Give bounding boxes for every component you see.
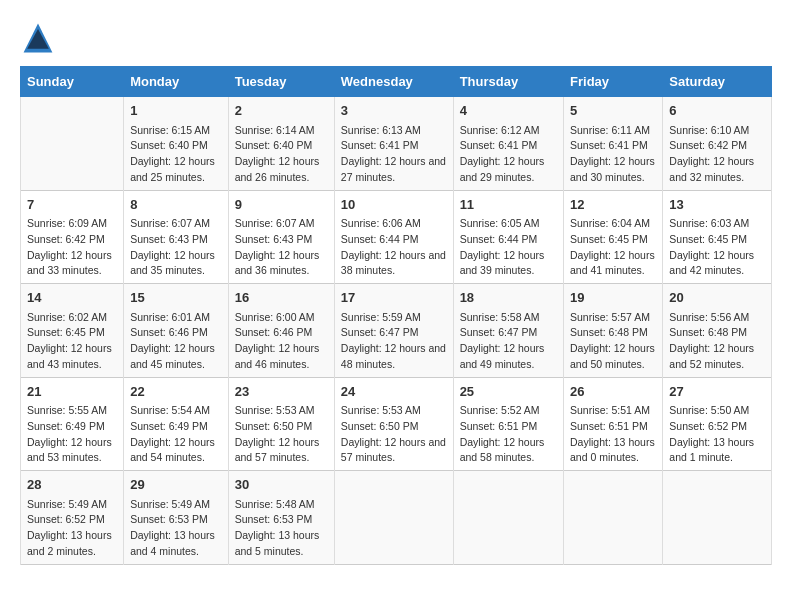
cell-week2-day5: 11Sunrise: 6:05 AM Sunset: 6:44 PM Dayli… bbox=[453, 190, 563, 284]
day-number: 3 bbox=[341, 101, 447, 121]
cell-week1-day4: 3Sunrise: 6:13 AM Sunset: 6:41 PM Daylig… bbox=[334, 97, 453, 191]
day-number: 26 bbox=[570, 382, 656, 402]
day-number: 17 bbox=[341, 288, 447, 308]
cell-info: Sunrise: 5:50 AM Sunset: 6:52 PM Dayligh… bbox=[669, 403, 765, 466]
calendar-table: SundayMondayTuesdayWednesdayThursdayFrid… bbox=[20, 66, 772, 565]
day-number: 20 bbox=[669, 288, 765, 308]
cell-info: Sunrise: 5:53 AM Sunset: 6:50 PM Dayligh… bbox=[235, 403, 328, 466]
cell-week3-day7: 20Sunrise: 5:56 AM Sunset: 6:48 PM Dayli… bbox=[663, 284, 772, 378]
cell-info: Sunrise: 6:09 AM Sunset: 6:42 PM Dayligh… bbox=[27, 216, 117, 279]
cell-info: Sunrise: 5:57 AM Sunset: 6:48 PM Dayligh… bbox=[570, 310, 656, 373]
day-number: 18 bbox=[460, 288, 557, 308]
cell-week4-day4: 24Sunrise: 5:53 AM Sunset: 6:50 PM Dayli… bbox=[334, 377, 453, 471]
cell-week4-day6: 26Sunrise: 5:51 AM Sunset: 6:51 PM Dayli… bbox=[564, 377, 663, 471]
day-number: 24 bbox=[341, 382, 447, 402]
cell-week1-day7: 6Sunrise: 6:10 AM Sunset: 6:42 PM Daylig… bbox=[663, 97, 772, 191]
cell-info: Sunrise: 6:07 AM Sunset: 6:43 PM Dayligh… bbox=[235, 216, 328, 279]
header-monday: Monday bbox=[124, 67, 229, 97]
cell-info: Sunrise: 5:55 AM Sunset: 6:49 PM Dayligh… bbox=[27, 403, 117, 466]
header-saturday: Saturday bbox=[663, 67, 772, 97]
day-number: 11 bbox=[460, 195, 557, 215]
day-number: 10 bbox=[341, 195, 447, 215]
cell-info: Sunrise: 5:54 AM Sunset: 6:49 PM Dayligh… bbox=[130, 403, 222, 466]
day-number: 29 bbox=[130, 475, 222, 495]
cell-info: Sunrise: 5:52 AM Sunset: 6:51 PM Dayligh… bbox=[460, 403, 557, 466]
logo bbox=[20, 20, 62, 56]
cell-week4-day7: 27Sunrise: 5:50 AM Sunset: 6:52 PM Dayli… bbox=[663, 377, 772, 471]
cell-info: Sunrise: 6:14 AM Sunset: 6:40 PM Dayligh… bbox=[235, 123, 328, 186]
cell-week5-day2: 29Sunrise: 5:49 AM Sunset: 6:53 PM Dayli… bbox=[124, 471, 229, 565]
day-number: 27 bbox=[669, 382, 765, 402]
week-row-3: 14Sunrise: 6:02 AM Sunset: 6:45 PM Dayli… bbox=[21, 284, 772, 378]
day-number: 13 bbox=[669, 195, 765, 215]
cell-info: Sunrise: 5:49 AM Sunset: 6:52 PM Dayligh… bbox=[27, 497, 117, 560]
cell-info: Sunrise: 5:56 AM Sunset: 6:48 PM Dayligh… bbox=[669, 310, 765, 373]
week-row-2: 7Sunrise: 6:09 AM Sunset: 6:42 PM Daylig… bbox=[21, 190, 772, 284]
cell-week1-day3: 2Sunrise: 6:14 AM Sunset: 6:40 PM Daylig… bbox=[228, 97, 334, 191]
day-number: 7 bbox=[27, 195, 117, 215]
day-number: 16 bbox=[235, 288, 328, 308]
cell-week5-day7 bbox=[663, 471, 772, 565]
cell-week2-day6: 12Sunrise: 6:04 AM Sunset: 6:45 PM Dayli… bbox=[564, 190, 663, 284]
header-tuesday: Tuesday bbox=[228, 67, 334, 97]
logo-icon bbox=[20, 20, 56, 56]
cell-week5-day4 bbox=[334, 471, 453, 565]
day-number: 6 bbox=[669, 101, 765, 121]
cell-week5-day6 bbox=[564, 471, 663, 565]
cell-info: Sunrise: 6:06 AM Sunset: 6:44 PM Dayligh… bbox=[341, 216, 447, 279]
day-number: 23 bbox=[235, 382, 328, 402]
cell-info: Sunrise: 5:49 AM Sunset: 6:53 PM Dayligh… bbox=[130, 497, 222, 560]
cell-info: Sunrise: 6:10 AM Sunset: 6:42 PM Dayligh… bbox=[669, 123, 765, 186]
cell-info: Sunrise: 6:13 AM Sunset: 6:41 PM Dayligh… bbox=[341, 123, 447, 186]
day-number: 22 bbox=[130, 382, 222, 402]
header-sunday: Sunday bbox=[21, 67, 124, 97]
day-number: 28 bbox=[27, 475, 117, 495]
header-friday: Friday bbox=[564, 67, 663, 97]
cell-week3-day2: 15Sunrise: 6:01 AM Sunset: 6:46 PM Dayli… bbox=[124, 284, 229, 378]
cell-info: Sunrise: 5:51 AM Sunset: 6:51 PM Dayligh… bbox=[570, 403, 656, 466]
day-number: 2 bbox=[235, 101, 328, 121]
cell-week5-day3: 30Sunrise: 5:48 AM Sunset: 6:53 PM Dayli… bbox=[228, 471, 334, 565]
day-number: 5 bbox=[570, 101, 656, 121]
cell-info: Sunrise: 6:03 AM Sunset: 6:45 PM Dayligh… bbox=[669, 216, 765, 279]
cell-info: Sunrise: 5:48 AM Sunset: 6:53 PM Dayligh… bbox=[235, 497, 328, 560]
day-number: 15 bbox=[130, 288, 222, 308]
cell-week3-day6: 19Sunrise: 5:57 AM Sunset: 6:48 PM Dayli… bbox=[564, 284, 663, 378]
cell-info: Sunrise: 6:00 AM Sunset: 6:46 PM Dayligh… bbox=[235, 310, 328, 373]
cell-info: Sunrise: 6:04 AM Sunset: 6:45 PM Dayligh… bbox=[570, 216, 656, 279]
day-number: 21 bbox=[27, 382, 117, 402]
cell-week2-day7: 13Sunrise: 6:03 AM Sunset: 6:45 PM Dayli… bbox=[663, 190, 772, 284]
cell-week1-day1 bbox=[21, 97, 124, 191]
cell-week4-day5: 25Sunrise: 5:52 AM Sunset: 6:51 PM Dayli… bbox=[453, 377, 563, 471]
day-number: 9 bbox=[235, 195, 328, 215]
cell-week4-day1: 21Sunrise: 5:55 AM Sunset: 6:49 PM Dayli… bbox=[21, 377, 124, 471]
day-number: 19 bbox=[570, 288, 656, 308]
cell-week1-day2: 1Sunrise: 6:15 AM Sunset: 6:40 PM Daylig… bbox=[124, 97, 229, 191]
page-header bbox=[20, 20, 772, 56]
day-number: 4 bbox=[460, 101, 557, 121]
cell-info: Sunrise: 5:53 AM Sunset: 6:50 PM Dayligh… bbox=[341, 403, 447, 466]
cell-week1-day5: 4Sunrise: 6:12 AM Sunset: 6:41 PM Daylig… bbox=[453, 97, 563, 191]
cell-week4-day3: 23Sunrise: 5:53 AM Sunset: 6:50 PM Dayli… bbox=[228, 377, 334, 471]
cell-week2-day1: 7Sunrise: 6:09 AM Sunset: 6:42 PM Daylig… bbox=[21, 190, 124, 284]
cell-info: Sunrise: 5:58 AM Sunset: 6:47 PM Dayligh… bbox=[460, 310, 557, 373]
header-thursday: Thursday bbox=[453, 67, 563, 97]
cell-week3-day5: 18Sunrise: 5:58 AM Sunset: 6:47 PM Dayli… bbox=[453, 284, 563, 378]
cell-week2-day3: 9Sunrise: 6:07 AM Sunset: 6:43 PM Daylig… bbox=[228, 190, 334, 284]
week-row-4: 21Sunrise: 5:55 AM Sunset: 6:49 PM Dayli… bbox=[21, 377, 772, 471]
cell-week3-day4: 17Sunrise: 5:59 AM Sunset: 6:47 PM Dayli… bbox=[334, 284, 453, 378]
cell-week1-day6: 5Sunrise: 6:11 AM Sunset: 6:41 PM Daylig… bbox=[564, 97, 663, 191]
cell-info: Sunrise: 5:59 AM Sunset: 6:47 PM Dayligh… bbox=[341, 310, 447, 373]
header-wednesday: Wednesday bbox=[334, 67, 453, 97]
cell-week2-day2: 8Sunrise: 6:07 AM Sunset: 6:43 PM Daylig… bbox=[124, 190, 229, 284]
week-row-1: 1Sunrise: 6:15 AM Sunset: 6:40 PM Daylig… bbox=[21, 97, 772, 191]
week-row-5: 28Sunrise: 5:49 AM Sunset: 6:52 PM Dayli… bbox=[21, 471, 772, 565]
header-row: SundayMondayTuesdayWednesdayThursdayFrid… bbox=[21, 67, 772, 97]
cell-info: Sunrise: 6:01 AM Sunset: 6:46 PM Dayligh… bbox=[130, 310, 222, 373]
day-number: 14 bbox=[27, 288, 117, 308]
day-number: 30 bbox=[235, 475, 328, 495]
cell-info: Sunrise: 6:02 AM Sunset: 6:45 PM Dayligh… bbox=[27, 310, 117, 373]
cell-week3-day3: 16Sunrise: 6:00 AM Sunset: 6:46 PM Dayli… bbox=[228, 284, 334, 378]
cell-info: Sunrise: 6:05 AM Sunset: 6:44 PM Dayligh… bbox=[460, 216, 557, 279]
cell-week3-day1: 14Sunrise: 6:02 AM Sunset: 6:45 PM Dayli… bbox=[21, 284, 124, 378]
